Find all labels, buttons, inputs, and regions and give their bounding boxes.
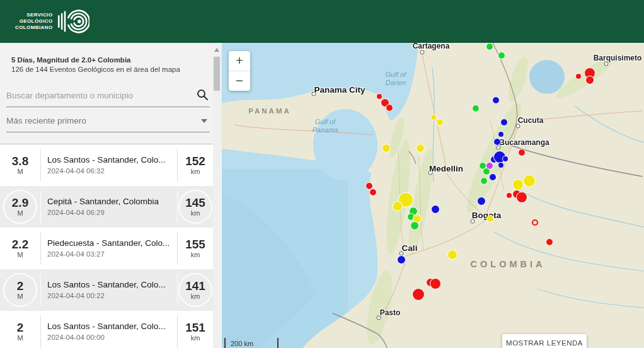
quake-marker-yellow[interactable]	[447, 250, 457, 260]
event-list-item[interactable]: 2M Los Santos - Santander, Colo...2024-0…	[0, 311, 213, 348]
event-magnitude: 2	[0, 279, 40, 293]
event-datetime: 2024-04-04 06:29	[47, 207, 177, 218]
quake-marker-blue[interactable]	[492, 96, 500, 104]
quake-marker-blue[interactable]	[498, 131, 504, 137]
quake-marker-blue[interactable]	[431, 205, 440, 214]
quake-marker-green[interactable]	[486, 43, 493, 50]
event-list-item[interactable]: 2.2M Piedecuesta - Santander, Colo...202…	[0, 228, 213, 269]
event-distance: 141	[178, 279, 213, 293]
sgc-logo: SERVICIO GEOLÓGICO COLOMBIANO	[15, 6, 89, 37]
distance-unit: km	[178, 209, 213, 218]
quake-marker-blue[interactable]	[397, 255, 406, 264]
event-title: Los Santos - Santander, Colo...	[47, 154, 177, 166]
quake-marker-red[interactable]	[376, 93, 382, 100]
quake-marker-green[interactable]	[480, 177, 488, 185]
search-field[interactable]	[6, 86, 210, 107]
zoom-out-button[interactable]: −	[229, 71, 250, 91]
quake-marker-yellow[interactable]	[512, 179, 524, 190]
summary-panel: 5 Días, Magnitud de 2.0+ Colombia 126 de…	[0, 44, 219, 144]
quake-marker-green[interactable]	[410, 221, 419, 230]
event-magnitude: 3.8	[0, 154, 40, 168]
event-list-item[interactable]: 3.8M Los Santos - Santander, Colo...2024…	[0, 144, 213, 186]
zoom-in-button[interactable]: +	[229, 51, 250, 71]
city-marker-cucuta	[516, 124, 520, 129]
city-marker-cartagena	[420, 50, 425, 55]
event-distance: 152	[178, 154, 213, 168]
city-marker-barquisimeto	[604, 62, 609, 66]
search-input[interactable]	[6, 86, 183, 105]
map-scale-label: 200 km	[226, 338, 277, 347]
magnitude-unit: M	[0, 168, 40, 176]
quake-marker-yellow[interactable]	[436, 119, 444, 126]
quake-marker-yellow[interactable]	[382, 144, 391, 153]
event-title: Los Santos - Santander, Colo...	[47, 321, 177, 332]
scrollbar-thumb[interactable]	[214, 57, 220, 91]
city-marker-pasto	[377, 316, 381, 320]
quake-marker-red[interactable]	[575, 73, 582, 79]
map-scale-bar: 200 km	[224, 338, 279, 348]
event-distance: 151	[178, 321, 213, 334]
magnitude-unit: M	[0, 251, 40, 259]
magnitude-unit: M	[0, 334, 40, 342]
quake-marker-blue[interactable]	[502, 156, 509, 162]
sidebar-scrollbar[interactable]	[213, 45, 221, 348]
sidebar: 5 Días, Magnitud de 2.0+ Colombia 126 de…	[0, 43, 222, 348]
quake-marker-yellow[interactable]	[430, 114, 437, 120]
city-marker-medellin	[428, 171, 433, 175]
logo-line: SERVICIO	[26, 12, 52, 18]
event-list-item[interactable]: 2M Los Santos - Santander, Colo...2024-0…	[0, 269, 213, 311]
event-title: Cepitá - Santander, Colombia	[47, 196, 177, 207]
event-title: Piedecuesta - Santander, Colo...	[47, 238, 177, 249]
scroll-up-arrow-icon[interactable]	[214, 48, 219, 52]
quake-marker-green[interactable]	[472, 105, 480, 112]
distance-unit: km	[178, 168, 213, 176]
quake-marker-red[interactable]	[518, 149, 526, 156]
distance-unit: km	[178, 293, 213, 301]
quake-marker-red[interactable]	[506, 192, 512, 199]
summary-title: 5 Días, Magnitud de 2.0+ Colombia	[11, 55, 210, 65]
quake-marker-yellow[interactable]	[416, 144, 425, 153]
logo-line: COLOMBIANO	[15, 25, 53, 31]
event-magnitude: 2.2	[0, 238, 40, 251]
quake-marker-yellow[interactable]	[523, 175, 536, 187]
magnitude-unit: M	[0, 209, 40, 218]
event-distance: 145	[178, 196, 213, 209]
event-magnitude: 2.9	[0, 196, 40, 209]
magnitude-unit: M	[0, 293, 40, 301]
quake-marker-green[interactable]	[483, 168, 490, 175]
quake-marker-blue[interactable]	[489, 173, 497, 181]
event-datetime: 2024-04-04 03:27	[47, 249, 177, 259]
quake-marker-blue[interactable]	[498, 162, 504, 168]
quake-marker-blue[interactable]	[493, 138, 501, 146]
distance-unit: km	[178, 251, 213, 259]
map-canvas[interactable]: Panama CityCartagenaBarquisimetoMedellin…	[222, 43, 644, 348]
sgc-spiral-icon	[57, 6, 89, 37]
event-distance: 155	[178, 238, 213, 251]
quake-marker-yellow[interactable]	[486, 215, 494, 223]
event-list: 3.8M Los Santos - Santander, Colo...2024…	[0, 144, 213, 348]
quake-marker-red[interactable]	[430, 278, 441, 289]
quake-marker-red[interactable]	[585, 76, 594, 84]
quake-marker-red[interactable]	[516, 192, 527, 203]
quake-marker-red[interactable]	[412, 288, 425, 301]
event-datetime: 2024-04-04 00:22	[47, 291, 177, 301]
quake-marker-blue[interactable]	[477, 197, 486, 206]
quake-marker-red[interactable]	[369, 188, 377, 196]
chevron-down-icon	[201, 119, 207, 123]
zoom-control: + −	[229, 51, 250, 91]
app-window: SERVICIO GEOLÓGICO COLOMBIANO 5 Día	[0, 0, 644, 348]
event-list-item[interactable]: 2.9M Cepitá - Santander, Colombia2024-04…	[0, 186, 213, 228]
app-header: SERVICIO GEOLÓGICO COLOMBIANO	[0, 0, 644, 43]
event-datetime: 2024-04-04 06:32	[47, 166, 177, 176]
sort-selected-value: Más reciente primero	[6, 116, 86, 125]
search-icon[interactable]	[196, 88, 209, 101]
quake-marker-green[interactable]	[498, 52, 505, 59]
basemap	[222, 43, 644, 348]
quake-marker-yellow[interactable]	[393, 201, 403, 211]
quake-marker-red[interactable]	[386, 104, 393, 112]
quake-marker-blue[interactable]	[500, 119, 508, 126]
logo-line: GEOLÓGICO	[20, 18, 53, 25]
sort-select[interactable]: Más reciente primero	[6, 111, 210, 132]
show-legend-button[interactable]: MOSTRAR LEYENDA	[502, 334, 587, 348]
quake-marker-red[interactable]	[546, 238, 553, 246]
